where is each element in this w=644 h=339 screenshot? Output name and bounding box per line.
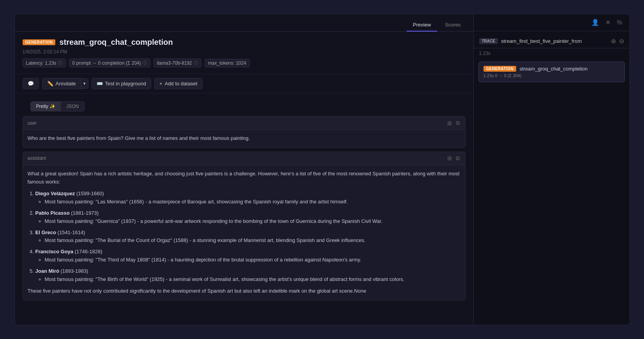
close-corner-button[interactable]: ✕: [604, 18, 612, 27]
painter-years-2: (1881-1973): [71, 210, 99, 216]
painter-detail-3: Most famous painting: "The Burial of the…: [35, 237, 461, 245]
list-item: El Greco (1541-1614) Most famous paintin…: [35, 229, 461, 245]
trace-header: TRACE stream_find_best_five_painter_from…: [474, 31, 630, 48]
latency-tag: Latency: 1.23s ⓘ: [23, 58, 66, 67]
annotate-icon: ✏️: [47, 81, 53, 87]
trace-title: stream_find_best_five_painter_from: [501, 38, 582, 44]
generation-datetime: 1/9/2025, 2:02:14 PM: [23, 49, 466, 55]
trace-item-generation-badge: GENERATION: [483, 66, 517, 72]
user-expand-button[interactable]: ⊞: [446, 120, 453, 126]
percent-corner-button[interactable]: %: [615, 18, 624, 27]
generation-badge: GENERATION: [23, 39, 56, 45]
assistant-message-header: assistant ⊞ ⧉: [23, 152, 465, 165]
trace-item-title: stream_groq_chat_completion: [519, 66, 588, 72]
test-in-playground-button[interactable]: ⌨️ Test in playground: [92, 78, 152, 89]
trace-header-left: TRACE stream_find_best_five_painter_from: [479, 38, 582, 44]
assistant-role-label: assistant: [28, 155, 46, 161]
painter-years-3: (1541-1614): [58, 230, 85, 235]
annotate-group: ✏️ Annotate ▾: [42, 78, 88, 89]
painter-detail-1: Most famous painting: "Las Meninas" (165…: [35, 198, 461, 206]
add-icon: +: [159, 81, 162, 87]
assistant-intro: What a great question! Spain has a rich …: [28, 170, 461, 186]
painter-name-2: Pablo Picasso: [35, 210, 70, 216]
generation-title: stream_groq_chat_completion: [59, 38, 173, 47]
user-message-body: Who are the best five painters from Spai…: [23, 130, 465, 147]
painter-name-1: Diego Velázquez: [35, 191, 75, 196]
tab-preview[interactable]: Preview: [407, 19, 437, 32]
assistant-message-actions: ⊞ ⧉: [446, 155, 461, 162]
user-role-label: user: [28, 120, 37, 126]
assistant-conclusion: These five painters have not only contri…: [28, 287, 461, 295]
list-item: Most famous painting: "The Third of May …: [45, 256, 461, 264]
painter-detail-2: Most famous painting: "Guernica" (1937) …: [35, 217, 461, 226]
annotate-caret-button[interactable]: ▾: [81, 78, 88, 89]
info-icon-tokens: ⓘ: [143, 60, 147, 66]
list-item: Most famous painting: "Las Meninas" (165…: [45, 198, 461, 206]
info-icon-model: ⓘ: [194, 60, 198, 66]
messages-area: user ⊞ ⧉ Who are the best five painters …: [15, 111, 473, 325]
user-message-block: user ⊞ ⧉ Who are the best five painters …: [23, 116, 466, 148]
comment-button[interactable]: 💬: [23, 78, 39, 89]
tokens-tag: 0 prompt → 0 completion (Σ 204) ⓘ: [69, 58, 150, 67]
list-item: Most famous painting: "The Burial of the…: [45, 237, 461, 245]
user-copy-button[interactable]: ⧉: [455, 120, 461, 126]
json-view-button[interactable]: JSON: [61, 102, 84, 111]
view-toggle-wrapper: Pretty ✨ JSON: [15, 94, 473, 111]
expand-trace-button[interactable]: ⊕: [611, 37, 616, 45]
tab-scores[interactable]: Scores: [439, 19, 467, 32]
messages-container: user ⊞ ⧉ Who are the best five painters …: [15, 111, 473, 309]
user-message-actions: ⊞ ⧉: [446, 120, 461, 126]
model-tag: llama3-70b-8192 ⓘ: [154, 58, 201, 67]
painter-name-4: Francisco Goya: [35, 249, 74, 254]
add-to-dataset-button[interactable]: + Add to dataset: [154, 78, 202, 89]
painter-detail-4: Most famous painting: "The Third of May …: [35, 256, 461, 264]
pretty-view-button[interactable]: Pretty ✨: [31, 102, 61, 111]
annotate-button[interactable]: ✏️ Annotate: [42, 78, 81, 89]
comment-icon: 💬: [28, 81, 34, 87]
assistant-message-block: assistant ⊞ ⧉ What a great question! Spa…: [23, 152, 466, 300]
trace-item-meta: 1.23s 0 → 0 (Σ 204): [483, 73, 620, 78]
painter-detail-5: Most famous painting: "The Birth of the …: [35, 275, 461, 284]
user-message-header: user ⊞ ⧉: [23, 117, 465, 130]
list-item: Most famous painting: "Guernica" (1937) …: [45, 217, 461, 226]
list-item: Pablo Picasso (1881-1973) Most famous pa…: [35, 209, 461, 226]
painter-years-1: (1599-1660): [76, 191, 104, 196]
toolbar: 💬 ✏️ Annotate ▾ ⌨️ Test in playground + …: [15, 74, 473, 94]
collapse-trace-button[interactable]: ⊖: [619, 37, 624, 45]
assistant-copy-button[interactable]: ⧉: [455, 155, 461, 162]
playground-icon: ⌨️: [97, 81, 103, 87]
info-icon-latency: ⓘ: [58, 60, 62, 66]
tab-bar: Preview Scores: [15, 14, 473, 32]
trace-item[interactable]: GENERATION stream_groq_chat_completion 1…: [478, 62, 625, 82]
meta-tags: Latency: 1.23s ⓘ 0 prompt → 0 completion…: [23, 58, 466, 67]
trace-time: 1.23s: [474, 48, 630, 58]
top-right-icons: 👤 ✕ %: [474, 14, 630, 31]
painter-name-5: Joan Miró: [35, 268, 59, 274]
list-item: Diego Velázquez (1599-1660) Most famous …: [35, 190, 461, 206]
list-item: Francisco Goya (1746-1828) Most famous p…: [35, 248, 461, 264]
generation-header: GENERATION stream_groq_chat_completion 1…: [15, 32, 473, 74]
trace-header-actions: ⊕ ⊖: [611, 37, 624, 45]
painters-list: Diego Velázquez (1599-1660) Most famous …: [28, 190, 461, 283]
caret-icon: ▾: [83, 81, 86, 86]
painter-years-4: (1746-1828): [75, 249, 102, 254]
trace-badge: TRACE: [479, 38, 498, 44]
user-corner-icon[interactable]: 👤: [590, 18, 601, 27]
assistant-message-body: What a great question! Spain has a rich …: [23, 165, 465, 300]
trace-item-header: GENERATION stream_groq_chat_completion: [483, 66, 620, 72]
painter-name-3: El Greco: [35, 230, 56, 235]
list-item: Joan Miró (1893-1983) Most famous painti…: [35, 267, 461, 284]
assistant-expand-button[interactable]: ⊞: [446, 155, 453, 162]
max-tokens-tag: max_tokens: 1024: [205, 59, 250, 67]
view-toggle: Pretty ✨ JSON: [30, 101, 85, 111]
list-item: Most famous painting: "The Birth of the …: [45, 275, 461, 284]
painter-years-5: (1893-1983): [61, 268, 88, 274]
